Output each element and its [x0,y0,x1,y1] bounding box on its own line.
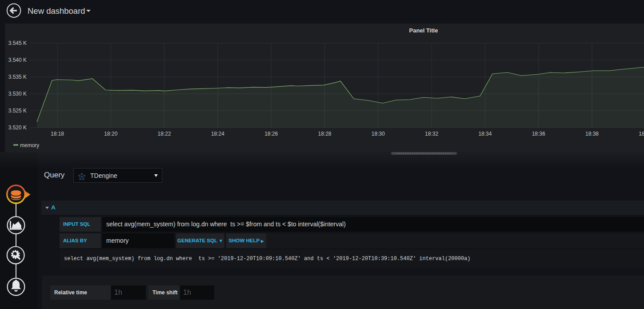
svg-text:3.535 K: 3.535 K [8,74,27,80]
svg-text:3.530 K: 3.530 K [8,91,27,97]
svg-text:3.525 K: 3.525 K [8,108,27,114]
svg-text:18:18: 18:18 [51,131,64,137]
svg-text:3.520 K: 3.520 K [8,124,27,131]
svg-text:18:30: 18:30 [372,131,385,137]
svg-text:18:36: 18:36 [532,131,545,137]
svg-text:memory: memory [20,142,39,148]
svg-text:18:20: 18:20 [104,131,117,137]
svg-text:18:24: 18:24 [211,131,224,137]
svg-text:18:32: 18:32 [425,131,438,137]
svg-text:18:26: 18:26 [264,131,278,137]
svg-text:18:28: 18:28 [318,131,331,137]
svg-text:3.545 K: 3.545 K [8,40,27,46]
svg-text:3.540 K: 3.540 K [8,57,27,63]
svg-text:18:38: 18:38 [585,131,599,137]
svg-text:18:40: 18:40 [639,131,644,137]
svg-text:18:22: 18:22 [158,131,171,137]
svg-text:18:34: 18:34 [478,131,492,137]
